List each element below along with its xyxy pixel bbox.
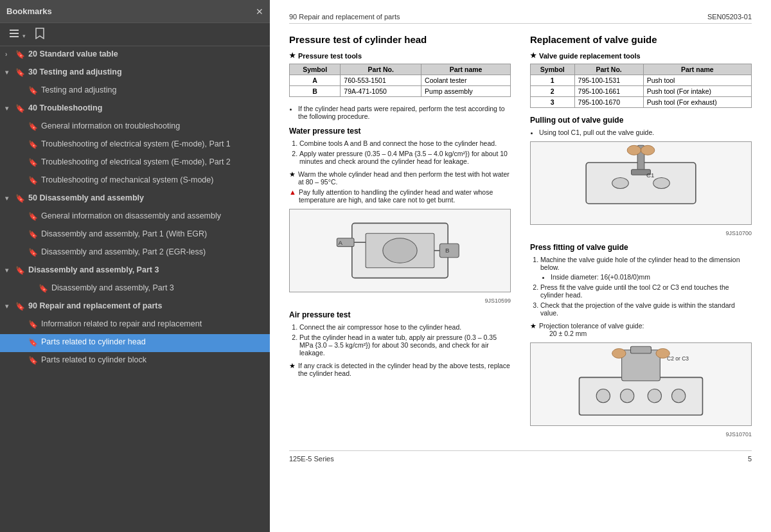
svg-rect-1 [10,33,19,34]
pulling-bullet-list: Using tool C1, pull out the valve guide. [530,129,752,136]
svg-point-23 [648,389,661,402]
table-row: 1 795-100-1531 Push tool [531,75,752,86]
tree-item-gen-troubleshoot[interactable]: 🔖 General information on troubleshooting [0,118,270,136]
air-pressure-steps: Connect the air compressor hose to the c… [289,323,511,357]
page-header-right: SEN05203-01 [707,13,752,21]
svg-point-14 [653,177,670,188]
item-label: Disassembly and assembly, Part 1 (With E… [41,229,265,240]
tree-item-elec-part1[interactable]: 🔖 Troubleshooting of electrical system (… [0,136,270,154]
item-label: 30 Testing and adjusting [28,67,265,78]
list-item: Machine the valve guide hole of the cyli… [540,256,752,281]
item-label: Parts related to cylinder head [41,337,265,348]
list-item: Apply water pressure (0.35 – 0.4 MPa {3.… [299,150,511,165]
bookmark-icon: 🔖 [28,247,39,258]
svg-text:C1: C1 [646,172,654,179]
svg-text:A: A [339,239,343,246]
right-column: Replacement of valve guide ★ Valve guide… [530,34,752,440]
bookmark-icon [35,28,45,39]
bookmark-icon: 🔖 [28,85,39,96]
close-button[interactable]: ✕ [256,7,263,16]
table-header-partname: Part name [643,64,751,75]
bookmark-icon: 🔖 [28,139,39,150]
svg-point-27 [612,349,626,359]
tree-item-repair-info[interactable]: 🔖 Information related to repair and repl… [0,316,270,334]
table-row: 3 795-100-1670 Push tool (For exhaust) [531,97,752,108]
bookmarks-sidebar: Bookmarks ✕ ▾ › [0,0,270,532]
table-header-symbol: Symbol [531,64,575,75]
diagram-water-pressure: A B [289,209,511,292]
tree-item-troubleshoot-parent[interactable]: 🔖 40 Troubleshooting [0,100,270,118]
footer-page-number: 5 [748,455,752,463]
tree-item-dis-part3-parent[interactable]: 🔖 Disassembly and assembly, Part 3 [0,262,270,280]
list-view-button[interactable]: ▾ [5,27,29,42]
item-label: Disassembly and assembly, Part 3 [51,283,265,294]
tree-item-dis-part2[interactable]: 🔖 Disassembly and assembly, Part 2 (EGR-… [0,244,270,262]
svg-text:B: B [445,247,449,254]
tree-item-elec-part2[interactable]: 🔖 Troubleshooting of electrical system (… [0,154,270,172]
table-row: B 79A-471-1050 Pump assembly [290,86,511,97]
bookmark-icon: 🔖 [28,175,39,186]
page-footer: 125E-5 Series 5 [289,450,752,463]
tree-item-cylinder-block[interactable]: 🔖 Parts related to cylinder block [0,352,270,370]
inside-diameter: Inside diameter: 16(+0.018/0)mm [551,273,752,281]
item-label: 40 Troubleshooting [28,103,265,114]
tree-item-gen-disassembly[interactable]: 🔖 General information on disassembly and… [0,208,270,226]
list-icon [8,29,20,38]
diagram-svg-1: A B [290,209,510,292]
svg-rect-0 [10,30,19,31]
tree-item-repair-parent[interactable]: 🔖 90 Repair and replacement of parts [0,298,270,316]
document-body: Pressure test of cylinder head ★ Pressur… [289,34,752,440]
item-label: Testing and adjusting [41,85,265,96]
item-label: Information related to repair and replac… [41,319,265,330]
air-star-note: ★ If any crack is detected in the cylind… [289,362,511,377]
tools-label-right: ★ Valve guide replacement tools [530,51,752,60]
expand-icon [5,104,15,113]
tree-item-disassembly-parent[interactable]: 🔖 50 Disassembly and assembly [0,190,270,208]
svg-point-24 [672,389,686,402]
bookmark-icon-button[interactable] [31,26,48,43]
sidebar-panel: Bookmarks ✕ ▾ › [0,0,270,532]
tree-item-testing-child[interactable]: 🔖 Testing and adjusting [0,82,270,100]
table-header-partno: Part No. [574,64,643,75]
tree-item-dis-part1[interactable]: 🔖 Disassembly and assembly, Part 1 (With… [0,226,270,244]
bookmark-icon: 🔖 [28,211,39,222]
item-label: Troubleshooting of electrical system (E-… [41,157,265,168]
bookmark-icon: 🔖 [28,157,39,168]
expand-icon [5,302,15,311]
left-section-title: Pressure test of cylinder head [289,34,511,45]
diagram1-caption: 9JS10599 [289,297,511,304]
pressure-tools-table: Symbol Part No. Part name A 760-553-1501… [289,64,511,97]
tree-item-cylinder-head[interactable]: 🔖 Parts related to cylinder head [0,334,270,352]
tree-item-std-value[interactable]: › 🔖 20 Standard value table [0,46,270,64]
item-label: 50 Disassembly and assembly [28,193,265,204]
pulling-title: Pulling out of valve guide [530,116,752,125]
tree-item-mech[interactable]: 🔖 Troubleshooting of mechanical system (… [0,172,270,190]
table-header-partno: Part No. [341,64,421,75]
svg-text:C2 or C3: C2 or C3 [667,355,689,362]
svg-point-18 [627,145,641,155]
footer-series: 125E-5 Series [289,455,334,463]
expand-icon [5,194,15,203]
tree-item-testing-parent[interactable]: 🔖 30 Testing and adjusting [0,64,270,82]
list-item: Put the cylinder head in a water tub, ap… [299,333,511,357]
tree-item-dis-part3-child[interactable]: 🔖 Disassembly and assembly, Part 3 [0,280,270,298]
expand-icon: › [5,50,15,59]
list-item: Using tool C1, pull out the valve guide. [539,129,752,136]
sidebar-title: Bookmarks [6,6,52,16]
item-label: Disassembly and assembly, Part 3 [28,265,265,276]
sidebar-toolbar: ▾ [0,23,270,46]
svg-rect-2 [10,36,19,37]
bookmark-icon: 🔖 [28,337,39,348]
diagram2-caption: 9JS10700 [530,230,752,236]
bookmark-icon: 🔖 [15,265,26,276]
item-label: Disassembly and assembly, Part 2 (EGR-le… [41,247,265,258]
bookmark-icon: 🔖 [39,283,49,294]
table-row: 2 795-100-1661 Push tool (For intake) [531,86,752,97]
item-label: 90 Repair and replacement of parts [28,301,265,312]
sidebar-header: Bookmarks ✕ [0,0,270,23]
svg-rect-26 [631,346,651,353]
page-header: 90 Repair and replacement of parts SEN05… [289,13,752,24]
tools-label-left: ★ Pressure test tools [289,51,511,60]
repair-bullet-list: If the cylinder head parts were repaired… [289,105,511,120]
bookmark-icon: 🔖 [15,301,26,312]
